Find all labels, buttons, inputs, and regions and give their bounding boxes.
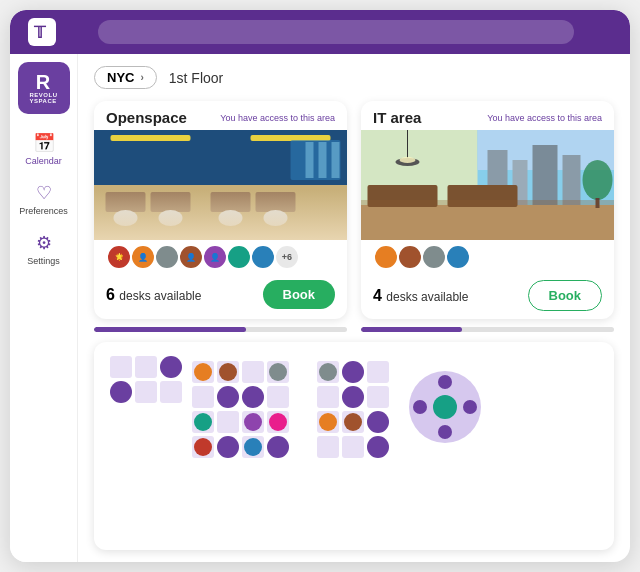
it-area-photo <box>361 130 614 240</box>
openspace-desks-label: desks available <box>119 289 201 303</box>
it-area-title: IT area <box>373 109 421 126</box>
openspace-progress-fill <box>94 327 246 332</box>
sidebar-item-calendar[interactable]: 📅 Calendar <box>14 126 74 172</box>
it-area-access-badge: You have access to this area <box>487 113 602 123</box>
desk-cell[interactable] <box>192 411 214 433</box>
openspace-desk-info: 6 desks available <box>106 286 201 304</box>
svg-rect-29 <box>596 198 600 208</box>
calendar-icon: 📅 <box>33 132 55 154</box>
sidebar-label-settings: Settings <box>27 256 60 266</box>
app-logo: R REVOLUYSPACE <box>18 62 70 114</box>
location-selector[interactable]: NYC › <box>94 66 157 89</box>
desk-cell[interactable] <box>317 361 339 383</box>
desk-cell[interactable] <box>192 386 214 408</box>
desk-row <box>317 436 389 458</box>
desk-cell-occupied[interactable] <box>217 386 239 408</box>
desk-cell[interactable] <box>242 436 264 458</box>
svg-rect-21 <box>488 150 508 210</box>
desk-cell[interactable] <box>317 411 339 433</box>
it-area-book-button[interactable]: Book <box>528 280 603 311</box>
desk-row <box>317 386 389 408</box>
desk-cell[interactable] <box>135 356 157 378</box>
desk-cell[interactable] <box>267 411 289 433</box>
avatar <box>154 244 180 270</box>
desk-cell[interactable] <box>317 436 339 458</box>
svg-rect-25 <box>361 205 614 240</box>
svg-point-12 <box>219 210 243 226</box>
desk-avatar <box>194 413 212 431</box>
desk-cell[interactable] <box>217 361 239 383</box>
desk-cell-occupied[interactable] <box>367 436 389 458</box>
svg-rect-9 <box>256 192 296 212</box>
desk-cell[interactable] <box>135 381 157 403</box>
logo-letter: R <box>36 72 51 92</box>
gear-icon: ⚙ <box>36 232 52 254</box>
conference-area <box>409 371 489 446</box>
desk-avatar <box>194 363 212 381</box>
desk-cell[interactable] <box>367 386 389 408</box>
search-bar[interactable] <box>98 20 574 44</box>
desk-cell[interactable] <box>160 381 182 403</box>
svg-rect-26 <box>368 185 438 207</box>
desk-avatar <box>344 413 362 431</box>
content-area: NYC › 1st Floor Openspace You have acces… <box>78 54 630 562</box>
desk-cell-occupied[interactable] <box>367 411 389 433</box>
svg-point-28 <box>583 160 613 200</box>
sidebar-item-preferences[interactable]: ♡ Preferences <box>14 176 74 222</box>
desk-cell[interactable] <box>242 411 264 433</box>
desk-cell-occupied[interactable] <box>342 361 364 383</box>
desk-cell-occupied[interactable] <box>110 381 132 403</box>
avatar <box>445 244 471 270</box>
openspace-book-button[interactable]: Book <box>263 280 336 309</box>
heart-icon: ♡ <box>36 182 52 204</box>
conf-dot <box>438 375 452 389</box>
desk-row <box>192 361 289 383</box>
desk-row <box>192 411 289 433</box>
desk-cell[interactable] <box>342 411 364 433</box>
sidebar-item-settings[interactable]: ⚙ Settings <box>14 226 74 272</box>
openspace-progress-track <box>94 327 347 332</box>
desk-cell[interactable] <box>267 386 289 408</box>
avatar: ✦ <box>373 244 399 270</box>
desk-cell[interactable] <box>342 436 364 458</box>
svg-rect-7 <box>151 192 191 212</box>
desk-cell-occupied[interactable] <box>217 436 239 458</box>
logo-text: REVOLUYSPACE <box>29 92 57 104</box>
avatar <box>226 244 252 270</box>
avatar: 🌟 <box>106 244 132 270</box>
floor-plan-container <box>94 342 614 550</box>
desk-avatar <box>269 363 287 381</box>
desk-cell-occupied[interactable] <box>267 436 289 458</box>
desk-cell-occupied[interactable] <box>342 386 364 408</box>
openspace-footer: 6 desks available Book <box>94 272 347 317</box>
desk-cell[interactable] <box>317 386 339 408</box>
avatar-more: +6 <box>274 244 300 270</box>
desk-cell[interactable] <box>192 361 214 383</box>
sidebar: R REVOLUYSPACE 📅 Calendar ♡ Preferences … <box>10 54 78 562</box>
desk-cluster-3 <box>317 361 389 458</box>
main-content: R REVOLUYSPACE 📅 Calendar ♡ Preferences … <box>10 54 630 562</box>
it-area-progress-track <box>361 327 614 332</box>
desk-avatar <box>269 413 287 431</box>
desk-cell[interactable] <box>242 361 264 383</box>
openspace-title: Openspace <box>106 109 187 126</box>
desk-avatar <box>244 438 262 456</box>
it-area-progress-fill <box>361 327 462 332</box>
svg-rect-6 <box>106 192 146 212</box>
it-area-image <box>361 130 614 240</box>
desk-cell[interactable] <box>367 361 389 383</box>
desk-cell[interactable] <box>110 356 132 378</box>
floor-plan <box>110 356 598 536</box>
desk-cell[interactable] <box>217 411 239 433</box>
desk-cell[interactable] <box>267 361 289 383</box>
desk-cell-occupied[interactable] <box>160 356 182 378</box>
progress-bars <box>94 327 614 332</box>
desk-avatar <box>194 438 212 456</box>
desk-cell-occupied[interactable] <box>242 386 264 408</box>
app-container: 𝕋 R REVOLUYSPACE 📅 Calendar ♡ Preference… <box>10 10 630 562</box>
city-label: NYC <box>107 70 134 85</box>
avatar: 👤 <box>202 244 228 270</box>
svg-rect-15 <box>306 142 314 178</box>
svg-text:𝕋: 𝕋 <box>33 24 47 41</box>
desk-cell[interactable] <box>192 436 214 458</box>
